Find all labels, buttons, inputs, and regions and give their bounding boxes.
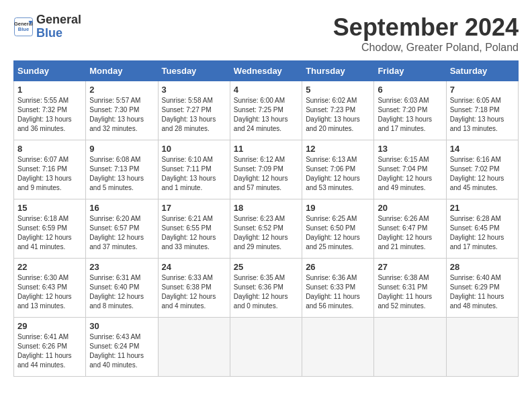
header-friday: Friday: [374, 61, 446, 81]
day-info: Sunrise: 6:12 AM Sunset: 7:09 PM Dayligh…: [234, 155, 298, 193]
day-number: 20: [378, 203, 442, 213]
day-info: Sunrise: 6:13 AM Sunset: 7:06 PM Dayligh…: [306, 155, 370, 193]
day-info: Sunrise: 6:36 AM Sunset: 6:33 PM Dayligh…: [306, 273, 370, 311]
day-cell: 15Sunrise: 6:18 AM Sunset: 6:59 PM Dayli…: [14, 199, 86, 259]
day-number: 21: [450, 203, 515, 213]
header-wednesday: Wednesday: [230, 61, 302, 81]
day-cell: 12Sunrise: 6:13 AM Sunset: 7:06 PM Dayli…: [302, 140, 374, 199]
day-cell: 9Sunrise: 6:08 AM Sunset: 7:13 PM Daylig…: [86, 140, 158, 199]
header-thursday: Thursday: [302, 61, 374, 81]
day-number: 27: [378, 262, 442, 272]
day-number: 1: [17, 85, 82, 95]
day-number: 30: [89, 321, 154, 331]
day-info: Sunrise: 6:26 AM Sunset: 6:47 PM Dayligh…: [378, 214, 442, 252]
day-info: Sunrise: 6:15 AM Sunset: 7:04 PM Dayligh…: [378, 155, 442, 193]
day-info: Sunrise: 6:08 AM Sunset: 7:13 PM Dayligh…: [89, 155, 154, 193]
day-cell: 19Sunrise: 6:25 AM Sunset: 6:50 PM Dayli…: [302, 199, 374, 259]
day-info: Sunrise: 6:28 AM Sunset: 6:45 PM Dayligh…: [450, 214, 515, 252]
header-monday: Monday: [86, 61, 158, 81]
day-number: 29: [17, 321, 82, 331]
day-cell: 10Sunrise: 6:10 AM Sunset: 7:11 PM Dayli…: [158, 140, 230, 199]
logo-icon: General Blue: [13, 17, 34, 37]
day-number: 22: [17, 262, 82, 272]
day-info: Sunrise: 6:03 AM Sunset: 7:20 PM Dayligh…: [378, 96, 442, 134]
day-number: 16: [89, 203, 154, 213]
day-number: 6: [378, 85, 442, 95]
day-number: 7: [450, 85, 515, 95]
day-cell: 3Sunrise: 5:58 AM Sunset: 7:27 PM Daylig…: [158, 81, 230, 140]
day-number: 26: [306, 262, 370, 272]
logo-line1: General: [36, 13, 81, 27]
day-cell: 11Sunrise: 6:12 AM Sunset: 7:09 PM Dayli…: [230, 140, 302, 199]
day-cell: 4Sunrise: 6:00 AM Sunset: 7:25 PM Daylig…: [230, 81, 302, 140]
day-cell: 1Sunrise: 5:55 AM Sunset: 7:32 PM Daylig…: [14, 81, 86, 140]
week-row-1: 1Sunrise: 5:55 AM Sunset: 7:32 PM Daylig…: [14, 81, 519, 140]
day-cell: 18Sunrise: 6:23 AM Sunset: 6:52 PM Dayli…: [230, 199, 302, 259]
day-cell: 16Sunrise: 6:20 AM Sunset: 6:57 PM Dayli…: [86, 199, 158, 259]
day-cell: [446, 318, 518, 377]
header-sunday: Sunday: [14, 61, 86, 81]
day-cell: 28Sunrise: 6:40 AM Sunset: 6:29 PM Dayli…: [446, 259, 518, 318]
title-block: September 2024 Chodow, Greater Poland, P…: [333, 13, 519, 54]
day-cell: 23Sunrise: 6:31 AM Sunset: 6:40 PM Dayli…: [86, 259, 158, 318]
day-info: Sunrise: 6:31 AM Sunset: 6:40 PM Dayligh…: [89, 273, 154, 311]
day-cell: [302, 318, 374, 377]
day-cell: 25Sunrise: 6:35 AM Sunset: 6:36 PM Dayli…: [230, 259, 302, 318]
month-title: September 2024: [333, 13, 519, 42]
logo: General Blue General Blue: [13, 13, 81, 40]
logo-line2: Blue: [36, 27, 81, 40]
day-info: Sunrise: 6:07 AM Sunset: 7:16 PM Dayligh…: [17, 155, 82, 193]
day-info: Sunrise: 6:25 AM Sunset: 6:50 PM Dayligh…: [306, 214, 370, 252]
week-row-2: 8Sunrise: 6:07 AM Sunset: 7:16 PM Daylig…: [14, 140, 519, 199]
day-number: 10: [162, 144, 226, 154]
day-info: Sunrise: 6:18 AM Sunset: 6:59 PM Dayligh…: [17, 214, 82, 252]
day-number: 13: [378, 144, 442, 154]
day-cell: 26Sunrise: 6:36 AM Sunset: 6:33 PM Dayli…: [302, 259, 374, 318]
day-cell: 24Sunrise: 6:33 AM Sunset: 6:38 PM Dayli…: [158, 259, 230, 318]
day-info: Sunrise: 5:55 AM Sunset: 7:32 PM Dayligh…: [17, 96, 82, 134]
day-number: 23: [89, 262, 154, 272]
day-info: Sunrise: 6:21 AM Sunset: 6:55 PM Dayligh…: [162, 214, 226, 252]
calendar-table: SundayMondayTuesdayWednesdayThursdayFrid…: [13, 60, 519, 377]
day-number: 18: [234, 203, 298, 213]
day-cell: 5Sunrise: 6:02 AM Sunset: 7:23 PM Daylig…: [302, 81, 374, 140]
page-header: General Blue General Blue September 2024…: [13, 13, 519, 54]
day-cell: 27Sunrise: 6:38 AM Sunset: 6:31 PM Dayli…: [374, 259, 446, 318]
calendar-header-row: SundayMondayTuesdayWednesdayThursdayFrid…: [14, 61, 519, 81]
day-cell: 21Sunrise: 6:28 AM Sunset: 6:45 PM Dayli…: [446, 199, 518, 259]
day-cell: 7Sunrise: 6:05 AM Sunset: 7:18 PM Daylig…: [446, 81, 518, 140]
day-cell: 8Sunrise: 6:07 AM Sunset: 7:16 PM Daylig…: [14, 140, 86, 199]
day-cell: 22Sunrise: 6:30 AM Sunset: 6:43 PM Dayli…: [14, 259, 86, 318]
day-number: 24: [162, 262, 226, 272]
day-cell: 20Sunrise: 6:26 AM Sunset: 6:47 PM Dayli…: [374, 199, 446, 259]
day-cell: 14Sunrise: 6:16 AM Sunset: 7:02 PM Dayli…: [446, 140, 518, 199]
day-info: Sunrise: 6:30 AM Sunset: 6:43 PM Dayligh…: [17, 273, 82, 311]
day-number: 19: [306, 203, 370, 213]
day-info: Sunrise: 6:20 AM Sunset: 6:57 PM Dayligh…: [89, 214, 154, 252]
day-info: Sunrise: 6:00 AM Sunset: 7:25 PM Dayligh…: [234, 96, 298, 134]
day-cell: [230, 318, 302, 377]
day-info: Sunrise: 6:05 AM Sunset: 7:18 PM Dayligh…: [450, 96, 515, 134]
day-number: 9: [89, 144, 154, 154]
week-row-5: 29Sunrise: 6:41 AM Sunset: 6:26 PM Dayli…: [14, 318, 519, 377]
location-subtitle: Chodow, Greater Poland, Poland: [333, 42, 519, 54]
day-cell: [374, 318, 446, 377]
day-number: 12: [306, 144, 370, 154]
day-info: Sunrise: 6:41 AM Sunset: 6:26 PM Dayligh…: [17, 332, 82, 370]
day-info: Sunrise: 6:02 AM Sunset: 7:23 PM Dayligh…: [306, 96, 370, 134]
day-cell: 29Sunrise: 6:41 AM Sunset: 6:26 PM Dayli…: [14, 318, 86, 377]
day-info: Sunrise: 6:38 AM Sunset: 6:31 PM Dayligh…: [378, 273, 442, 311]
day-info: Sunrise: 6:23 AM Sunset: 6:52 PM Dayligh…: [234, 214, 298, 252]
day-number: 15: [17, 203, 82, 213]
day-number: 4: [234, 85, 298, 95]
day-info: Sunrise: 6:40 AM Sunset: 6:29 PM Dayligh…: [450, 273, 515, 311]
day-cell: 6Sunrise: 6:03 AM Sunset: 7:20 PM Daylig…: [374, 81, 446, 140]
day-number: 2: [89, 85, 154, 95]
day-cell: [158, 318, 230, 377]
day-cell: 13Sunrise: 6:15 AM Sunset: 7:04 PM Dayli…: [374, 140, 446, 199]
day-number: 11: [234, 144, 298, 154]
day-number: 3: [162, 85, 226, 95]
day-cell: 17Sunrise: 6:21 AM Sunset: 6:55 PM Dayli…: [158, 199, 230, 259]
header-saturday: Saturday: [446, 61, 518, 81]
day-number: 8: [17, 144, 82, 154]
